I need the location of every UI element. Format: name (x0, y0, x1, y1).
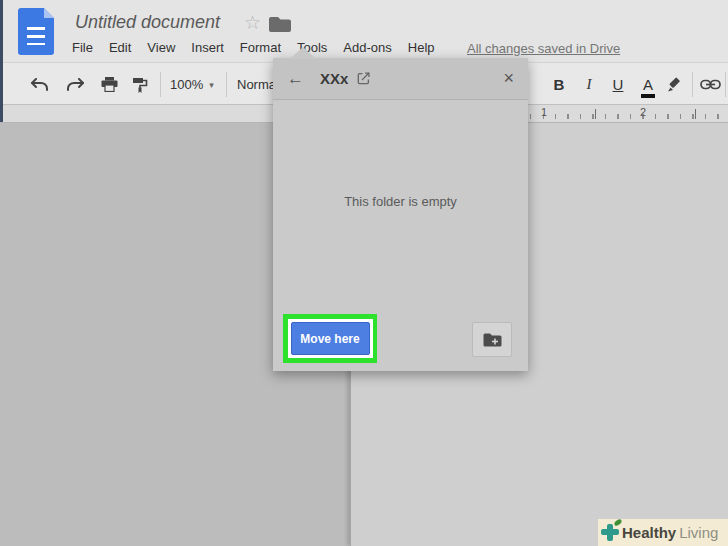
app-header: Untitled document ☆ File Edit View Inser… (0, 0, 728, 62)
text-color-bar (641, 94, 655, 98)
toolbar-separator (692, 72, 693, 97)
bold-button[interactable]: B (546, 63, 572, 106)
menu-insert[interactable]: Insert (191, 40, 224, 55)
new-folder-button[interactable] (472, 322, 512, 357)
doc-lines (27, 27, 45, 45)
healthy-living-logo-icon (601, 523, 620, 542)
fold (44, 8, 54, 18)
highlight-button[interactable] (661, 63, 687, 106)
italic-button[interactable]: I (576, 63, 602, 106)
highlight-inner: Move here (288, 319, 373, 358)
dialog-caret (290, 47, 316, 59)
toolbar-separator (226, 72, 227, 97)
undo-button[interactable] (27, 63, 53, 106)
new-folder-icon (483, 333, 502, 347)
text-color-icon: A (643, 76, 653, 93)
menu-help[interactable]: Help (408, 40, 435, 55)
ruler-number: 1 (541, 106, 547, 118)
menu-format[interactable]: Format (240, 40, 281, 55)
window-edge-strip (0, 0, 3, 122)
highlighter-icon (666, 77, 682, 93)
watermark-brand-bold: Healthy (622, 524, 676, 541)
highlight-box: Move here (283, 314, 377, 363)
undo-icon (30, 78, 50, 92)
paint-format-button[interactable] (126, 63, 154, 106)
link-icon (700, 79, 721, 90)
print-button[interactable] (95, 63, 123, 106)
paint-format-icon (132, 77, 148, 93)
toolbar-separator (160, 72, 161, 97)
zoom-select[interactable]: 100% ▾ (166, 63, 218, 106)
google-docs-window: Untitled document ☆ File Edit View Inser… (0, 0, 728, 546)
print-icon (101, 77, 118, 92)
menu-edit[interactable]: Edit (109, 40, 131, 55)
move-here-button[interactable]: Move here (291, 322, 370, 355)
move-to-folder-dialog: ← XXx × This folder is empty Move here (273, 58, 528, 371)
chevron-down-icon: ▾ (209, 80, 214, 90)
toolbar-separator (725, 72, 726, 97)
menu-view[interactable]: View (147, 40, 175, 55)
redo-button[interactable] (62, 63, 88, 106)
zoom-value: 100% (170, 77, 203, 92)
insert-link-button[interactable] (697, 63, 723, 106)
menu-addons[interactable]: Add-ons (343, 40, 391, 55)
star-icon[interactable]: ☆ (244, 13, 261, 32)
empty-folder-message: This folder is empty (273, 194, 528, 209)
document-title[interactable]: Untitled document (75, 12, 220, 33)
close-icon[interactable]: × (503, 68, 514, 89)
healthy-living-watermark: Healthy Living (598, 519, 728, 546)
back-arrow-icon[interactable]: ← (287, 69, 304, 89)
text-color-button[interactable]: A (635, 63, 661, 106)
watermark-brand-light: Living (679, 524, 718, 541)
menu-file[interactable]: File (72, 40, 93, 55)
saved-status-link[interactable]: All changes saved in Drive (467, 41, 620, 56)
move-to-folder-icon[interactable] (268, 16, 292, 33)
ruler-halfinch-tick (695, 109, 696, 119)
redo-icon (65, 78, 85, 92)
dialog-header: ← XXx × (273, 58, 528, 100)
ruler-ticks: 1 2 (530, 105, 726, 122)
ruler-halfinch-tick (595, 109, 596, 119)
ruler-number: 2 (640, 106, 646, 118)
rename-folder-icon[interactable] (357, 72, 370, 85)
docs-logo-icon[interactable] (18, 8, 54, 55)
folder-name-title: XXx (320, 70, 348, 87)
underline-button[interactable]: U (605, 63, 631, 106)
menu-bar: File Edit View Insert Format Tools Add-o… (72, 40, 435, 55)
